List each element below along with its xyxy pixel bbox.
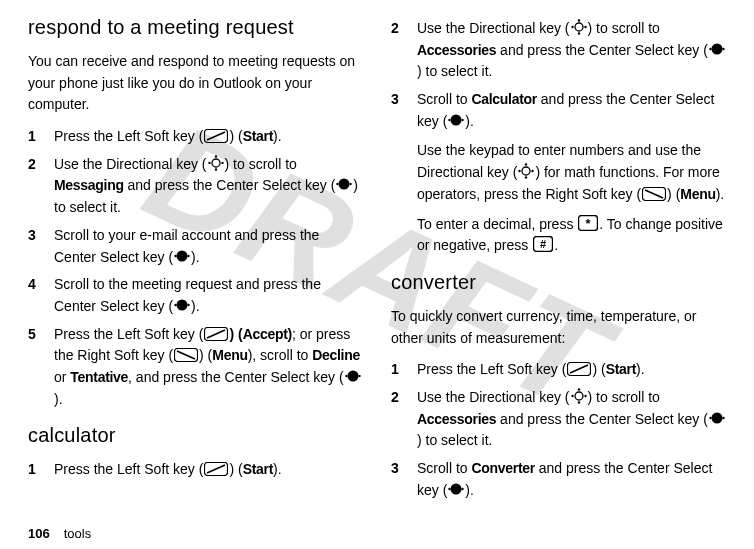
text: ). bbox=[465, 482, 474, 498]
step-number: 5 bbox=[28, 324, 40, 411]
text: Press the Left Soft key ( bbox=[54, 128, 203, 144]
text: ). bbox=[716, 186, 725, 202]
label-accessories: Accessories bbox=[417, 411, 496, 427]
calc-note-1: Use the keypad to enter numbers and use … bbox=[417, 140, 726, 205]
label-converter: Converter bbox=[471, 460, 534, 476]
label-start: Start bbox=[606, 361, 636, 377]
text: ) to scroll to bbox=[588, 389, 660, 405]
text: ) ( bbox=[229, 326, 242, 342]
svg-text:*: * bbox=[586, 216, 592, 231]
lead-respond: You can receive and respond to meeting r… bbox=[28, 51, 363, 116]
center-select-key-icon bbox=[448, 481, 464, 497]
text: ). bbox=[636, 361, 645, 377]
left-soft-key-icon bbox=[204, 129, 228, 143]
text: ). bbox=[191, 249, 200, 265]
conv-step-1: 1 Press the Left Soft key () (Start). bbox=[391, 359, 726, 381]
text: Scroll to bbox=[417, 91, 471, 107]
calc-step-3: 3 Scroll to Calculator and press the Cen… bbox=[391, 89, 726, 132]
label-accept: Accept) bbox=[243, 326, 292, 342]
center-select-key-icon bbox=[709, 410, 725, 426]
label-decline: Decline bbox=[312, 347, 360, 363]
respond-step-5: 5 Press the Left Soft key () (Accept); o… bbox=[28, 324, 363, 411]
directional-key-icon bbox=[571, 19, 587, 35]
left-column: respond to a meeting request You can rec… bbox=[28, 12, 363, 509]
text: Use the Directional key ( bbox=[54, 156, 207, 172]
center-select-key-icon bbox=[336, 176, 352, 192]
left-soft-key-icon bbox=[204, 327, 228, 341]
text: ) to scroll to bbox=[588, 20, 660, 36]
text: Use the Directional key ( bbox=[417, 389, 570, 405]
page-footer: 106tools bbox=[28, 526, 91, 541]
text: ) ( bbox=[667, 186, 680, 202]
left-soft-key-icon bbox=[204, 462, 228, 476]
step-number: 3 bbox=[28, 225, 40, 268]
text: ) to select it. bbox=[417, 63, 492, 79]
text: ) to select it. bbox=[417, 432, 492, 448]
lead-converter: To quickly convert currency, time, tempe… bbox=[391, 306, 726, 349]
label-tentative: Tentative bbox=[70, 369, 128, 385]
text: ) ( bbox=[592, 361, 605, 377]
heading-calculator: calculator bbox=[28, 420, 363, 451]
step-number: 2 bbox=[28, 154, 40, 219]
step-number: 2 bbox=[391, 18, 403, 83]
step-number: 3 bbox=[391, 458, 403, 501]
text: ). bbox=[465, 113, 474, 129]
text: and press the Center Select key ( bbox=[496, 42, 708, 58]
label-start: Start bbox=[243, 461, 273, 477]
heading-respond: respond to a meeting request bbox=[28, 12, 363, 43]
text: Press the Left Soft key ( bbox=[54, 461, 203, 477]
text: and press the Center Select key ( bbox=[124, 177, 336, 193]
text: Press the Left Soft key ( bbox=[54, 326, 203, 342]
right-soft-key-icon bbox=[174, 348, 198, 362]
step-number: 1 bbox=[28, 126, 40, 148]
right-soft-key-icon bbox=[642, 187, 666, 201]
center-select-key-icon bbox=[174, 248, 190, 264]
label-menu: Menu bbox=[212, 347, 247, 363]
center-select-key-icon bbox=[345, 368, 361, 384]
calc-note-2: To enter a decimal, press *. To change p… bbox=[417, 214, 726, 257]
right-column: 2 Use the Directional key () to scroll t… bbox=[391, 12, 726, 509]
text: To enter a decimal, press bbox=[417, 216, 577, 232]
center-select-key-icon bbox=[709, 41, 725, 57]
calc-step-1: 1 Press the Left Soft key () (Start). bbox=[28, 459, 363, 481]
directional-key-icon bbox=[571, 388, 587, 404]
text: ) to scroll to bbox=[225, 156, 297, 172]
text: ). bbox=[273, 461, 282, 477]
respond-step-2: 2 Use the Directional key () to scroll t… bbox=[28, 154, 363, 219]
page-body: respond to a meeting request You can rec… bbox=[0, 0, 754, 517]
text: ) ( bbox=[229, 461, 242, 477]
label-menu: Menu bbox=[680, 186, 715, 202]
respond-step-1: 1 Press the Left Soft key () (Start). bbox=[28, 126, 363, 148]
hash-key-icon: # bbox=[533, 236, 553, 252]
text: ). bbox=[273, 128, 282, 144]
text: ), scroll to bbox=[248, 347, 313, 363]
step-number: 1 bbox=[28, 459, 40, 481]
left-soft-key-icon bbox=[567, 362, 591, 376]
heading-converter: converter bbox=[391, 267, 726, 298]
directional-key-icon bbox=[518, 163, 534, 179]
page-number: 106 bbox=[28, 526, 50, 541]
text: Scroll to bbox=[417, 460, 471, 476]
footer-section: tools bbox=[64, 526, 91, 541]
label-calculator: Calculator bbox=[471, 91, 536, 107]
text: ). bbox=[191, 298, 200, 314]
text: ) ( bbox=[229, 128, 242, 144]
text: Press the Left Soft key ( bbox=[417, 361, 566, 377]
respond-step-3: 3 Scroll to your e-mail account and pres… bbox=[28, 225, 363, 268]
svg-text:#: # bbox=[540, 238, 546, 250]
center-select-key-icon bbox=[174, 297, 190, 313]
conv-step-2: 2 Use the Directional key () to scroll t… bbox=[391, 387, 726, 452]
label-accessories: Accessories bbox=[417, 42, 496, 58]
step-number: 1 bbox=[391, 359, 403, 381]
directional-key-icon bbox=[208, 155, 224, 171]
step-number: 3 bbox=[391, 89, 403, 132]
conv-step-3: 3 Scroll to Converter and press the Cent… bbox=[391, 458, 726, 501]
text: or bbox=[54, 369, 70, 385]
text: and press the Center Select key ( bbox=[496, 411, 708, 427]
text: ). bbox=[54, 391, 63, 407]
respond-step-4: 4 Scroll to the meeting request and pres… bbox=[28, 274, 363, 317]
text: Use the Directional key ( bbox=[417, 20, 570, 36]
calc-step-2: 2 Use the Directional key () to scroll t… bbox=[391, 18, 726, 83]
label-messaging: Messaging bbox=[54, 177, 124, 193]
center-select-key-icon bbox=[448, 112, 464, 128]
